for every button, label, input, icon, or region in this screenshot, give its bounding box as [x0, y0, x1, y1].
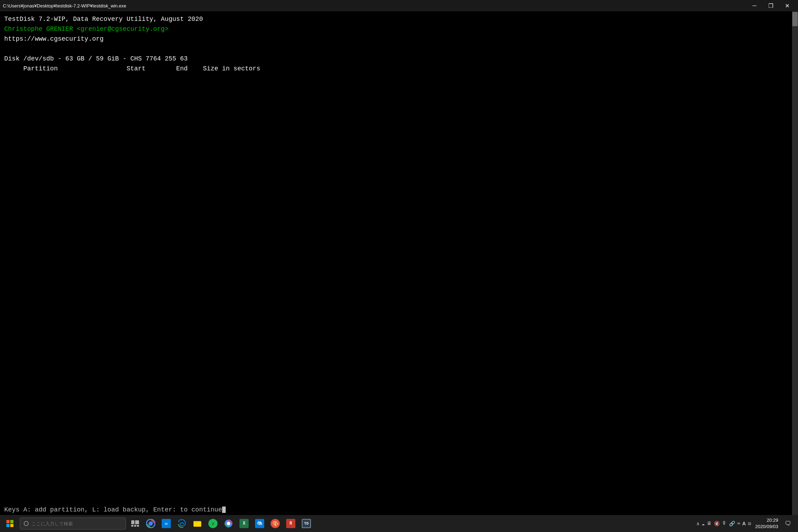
search-box[interactable]: [20, 517, 126, 530]
microphone-icon[interactable]: 🎙: [722, 521, 727, 526]
search-input[interactable]: [31, 521, 122, 526]
terminal-window: TestDisk 7.2-WIP, Data Recovery Utility,…: [0, 11, 792, 515]
system-clock[interactable]: 20:29 2020/09/03: [752, 517, 781, 530]
svg-rect-7: [134, 525, 136, 527]
cloud-icon[interactable]: ☁: [701, 521, 704, 527]
status-text: Keys A: add partition, L: load backup, E…: [4, 506, 222, 513]
terminal-line-1: TestDisk 7.2-WIP, Data Recovery Utility,…: [4, 14, 788, 24]
antivirus-icon: R: [286, 519, 295, 528]
search-icon: [24, 521, 29, 526]
terminal-line-5: Disk /dev/sdb - 63 GB / 59 GiB - CHS 776…: [4, 54, 788, 64]
notification-icon: 🗨: [785, 520, 791, 527]
edge-icon: [177, 519, 186, 528]
close-button[interactable]: ✕: [779, 0, 795, 11]
svg-rect-1: [10, 520, 13, 523]
minimize-button[interactable]: ─: [746, 0, 763, 11]
svg-rect-2: [6, 524, 10, 527]
chrome-taskbar-button[interactable]: [143, 516, 158, 531]
edge-taskbar-button[interactable]: [174, 516, 190, 531]
chrome2-taskbar-button[interactable]: [221, 516, 236, 531]
svg-rect-5: [135, 520, 139, 524]
start-button[interactable]: [1, 515, 18, 532]
store-taskbar-button[interactable]: 🛍: [252, 516, 267, 531]
paint-icon: 🎨: [271, 519, 280, 528]
restore-button[interactable]: ❐: [763, 0, 779, 11]
title-bar-text: C:\Users¥jonas¥Desktop¥testdisk-7.2-WIP¥…: [3, 3, 126, 8]
svg-point-10: [149, 521, 153, 526]
cursor-blink: [222, 507, 226, 513]
taskbar: ✉ ♪: [0, 515, 798, 532]
title-bar-controls: ─ ❐ ✕: [746, 0, 795, 11]
spotify-taskbar-button[interactable]: ♪: [205, 516, 221, 531]
svg-rect-6: [131, 525, 133, 527]
status-bar: Keys A: add partition, L: load backup, E…: [0, 504, 792, 515]
system-tray: ∧ ☁ 🖥 🔇 🎙 🔗 ⌨ A ⊡ 20:29 2020/09/03 🗨: [696, 516, 797, 531]
explorer-taskbar-button[interactable]: [190, 516, 205, 531]
mail-taskbar-button[interactable]: ✉: [158, 516, 174, 531]
ime-icon[interactable]: A: [742, 521, 746, 526]
antivirus-taskbar-button[interactable]: R: [283, 516, 299, 531]
task-view-icon: [131, 520, 139, 527]
volume-icon[interactable]: 🔇: [714, 521, 720, 527]
chrome-icon: [146, 519, 155, 528]
chrome2-icon: [224, 519, 233, 528]
spotify-icon: ♪: [208, 519, 218, 528]
task-view-button[interactable]: [127, 516, 143, 531]
explorer-icon: [193, 519, 202, 528]
title-bar: C:\Users¥jonas¥Desktop¥testdisk-7.2-WIP¥…: [0, 0, 798, 11]
terminal-line-3: https://www.cgsecurity.org: [4, 34, 788, 44]
svg-rect-12: [193, 522, 201, 527]
svg-rect-4: [131, 520, 134, 524]
tray-icons: ∧ ☁ 🖥 🔇 🎙 🔗 ⌨ A ⊡: [696, 521, 751, 527]
svg-rect-0: [6, 520, 10, 523]
scrollbar-thumb[interactable]: [792, 12, 798, 26]
svg-rect-3: [10, 524, 13, 527]
store-icon: 🛍: [255, 519, 264, 528]
clock-date: 2020/09/03: [755, 524, 778, 530]
testdisk-taskbar-button[interactable]: TD: [299, 516, 314, 531]
excel-taskbar-button[interactable]: X: [236, 516, 252, 531]
link-icon[interactable]: 🔗: [729, 521, 735, 527]
testdisk-icon: TD: [302, 519, 311, 528]
mail-icon: ✉: [162, 519, 171, 528]
clock-time: 20:29: [755, 517, 778, 524]
svg-rect-8: [137, 525, 139, 527]
scrollbar[interactable]: [792, 11, 798, 515]
terminal-line-2: Christophe GRENIER <grenier@cgsecurity.o…: [4, 24, 788, 34]
svg-point-14: [227, 522, 230, 525]
terminal-line-4: [4, 44, 788, 54]
tray-expand-icon[interactable]: ∧: [696, 521, 699, 527]
terminal-line-6: Partition Start End Size in sectors: [4, 64, 788, 74]
paint-taskbar-button[interactable]: 🎨: [267, 516, 283, 531]
windows-logo-icon: [6, 520, 13, 527]
excel-icon: X: [239, 519, 249, 528]
notification-button[interactable]: 🗨: [782, 516, 794, 531]
network-icon[interactable]: 🖥: [707, 521, 712, 526]
keyboard-icon[interactable]: ⌨: [737, 521, 740, 527]
ime-mode-icon[interactable]: ⊡: [748, 521, 751, 527]
